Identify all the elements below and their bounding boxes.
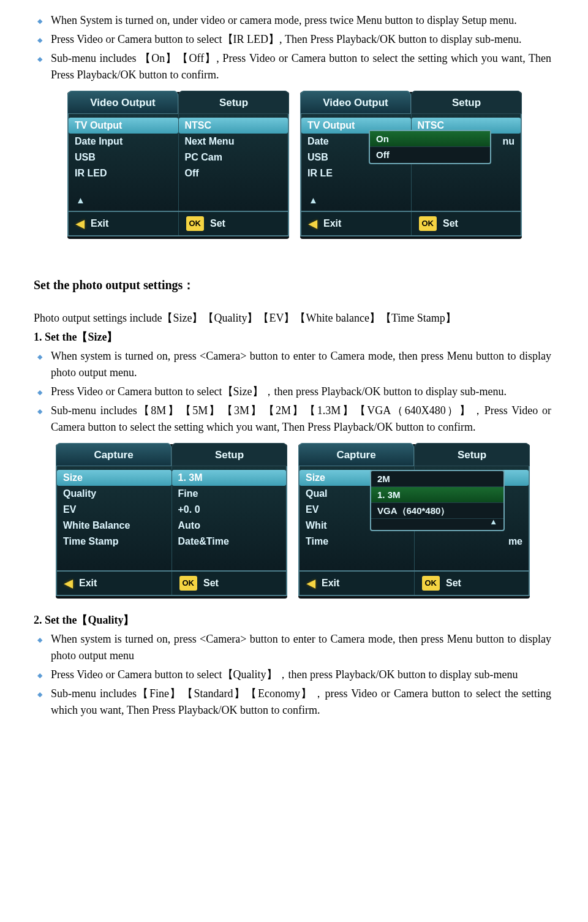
step1-bullet: When system is turned on, press <Camera>… xyxy=(51,348,551,381)
popup-option-1-3m[interactable]: 1. 3M xyxy=(371,487,503,503)
set-label: Set xyxy=(203,576,219,591)
tab-capture[interactable]: Capture xyxy=(56,443,172,467)
ok-set-button[interactable]: OK Set xyxy=(415,572,529,595)
menu-capture: Capture Setup Size Quality EV White Bala… xyxy=(56,444,287,599)
menu-value: PC Cam xyxy=(185,149,282,165)
menu-left-col: TV Output Date Input USB IR LED xyxy=(69,114,179,211)
popup-option-2m[interactable]: 2M xyxy=(371,471,503,487)
step1-bullet-list: When system is turned on, press <Camera>… xyxy=(34,348,551,436)
ok-set-button[interactable]: OK Set xyxy=(412,212,521,235)
step2-bullet: Press Video or Camera button to select【Q… xyxy=(51,667,551,683)
menu-item-date-input[interactable]: Date Input xyxy=(75,134,172,149)
ok-badge: OK xyxy=(422,576,440,591)
tab-video-output[interactable]: Video Output xyxy=(67,91,178,115)
tab-setup[interactable]: Setup xyxy=(414,443,530,467)
exit-label: Exit xyxy=(79,576,97,591)
popup-option-vga[interactable]: VGA（640*480） xyxy=(371,503,503,519)
menu-item-tv-output[interactable]: TV Output xyxy=(69,118,178,134)
intro-bullet: Press Video or Camera button to select【I… xyxy=(51,31,551,48)
menu-row-2: Capture Setup Size Quality EV White Bala… xyxy=(56,444,551,599)
menu-capture-popup: Capture Setup Size Qual EV Whit Time me … xyxy=(298,444,530,599)
tab-setup[interactable]: Setup xyxy=(172,443,287,467)
triangle-left-icon: ◀ xyxy=(307,575,315,592)
step1-heading: 1. Set the【Size】 xyxy=(34,329,551,346)
menu-item-white-balance[interactable]: White Balance xyxy=(63,518,165,534)
triangle-left-icon: ◀ xyxy=(76,216,85,232)
ok-set-button[interactable]: OK Set xyxy=(179,212,288,235)
menu-value-ntsc: NTSC xyxy=(179,118,288,134)
set-label: Set xyxy=(446,576,461,591)
tab-capture[interactable]: Capture xyxy=(298,443,414,467)
intro-bullet: When System is turned on, under video or… xyxy=(51,12,551,29)
sub-intro-text: Photo output settings include【Size】【Qual… xyxy=(34,310,551,327)
step2-bullet-list: When system is turned on, press <Camera>… xyxy=(34,631,551,719)
exit-label: Exit xyxy=(323,216,341,231)
menu-left-col: Size Quality EV White Balance Time Stamp xyxy=(57,466,172,570)
ok-badge: OK xyxy=(419,216,437,231)
menu-item-ev[interactable]: EV xyxy=(63,502,165,518)
menu-value: Next Menu xyxy=(185,134,282,149)
menu-value: me xyxy=(421,534,523,550)
step2-bullet: When system is turned on, press <Camera>… xyxy=(51,631,551,664)
submenu-popup: On Off xyxy=(369,130,491,164)
set-label: Set xyxy=(443,216,458,231)
menu-value xyxy=(418,165,515,181)
popup-option-off[interactable]: Off xyxy=(370,147,490,163)
step2-bullet: Sub-menu includes【Fine】【Standard】【Econom… xyxy=(51,686,551,719)
menu-item-size[interactable]: Size xyxy=(57,470,172,486)
arrow-up-icon: ▲ xyxy=(309,194,318,208)
submenu-popup: 2M 1. 3M VGA（640*480） ▲ xyxy=(370,470,505,531)
section-heading: Set the photo output settings： xyxy=(34,276,551,294)
triangle-left-icon: ◀ xyxy=(309,216,317,232)
exit-button[interactable]: ◀ Exit xyxy=(300,572,415,595)
menu-value: Auto xyxy=(178,518,281,534)
exit-label: Exit xyxy=(91,216,108,231)
menu-value: Off xyxy=(185,165,282,181)
menu-video-output: Video Output Setup TV Output Date Input … xyxy=(67,92,289,239)
exit-label: Exit xyxy=(322,576,339,591)
menu-value: +0. 0 xyxy=(178,502,281,518)
menu-right-col: 1. 3M Fine +0. 0 Auto Date&Time xyxy=(172,466,287,570)
menu-item-time-stamp[interactable]: Time xyxy=(306,534,408,550)
arrow-up-icon: ▲ xyxy=(76,194,85,208)
menu-right-col: NTSC Next Menu PC Cam Off xyxy=(179,114,288,211)
exit-button[interactable]: ◀ Exit xyxy=(301,212,412,235)
menu-item-ir-led[interactable]: IR LED xyxy=(75,165,172,181)
menu-item-quality[interactable]: Quality xyxy=(63,486,165,502)
exit-button[interactable]: ◀ Exit xyxy=(69,212,179,235)
intro-bullet: Sub-menu includes 【On】【Off】, Press Video… xyxy=(51,50,551,83)
triangle-left-icon: ◀ xyxy=(64,575,73,592)
menu-row-1: Video Output Setup TV Output Date Input … xyxy=(67,92,551,239)
exit-button[interactable]: ◀ Exit xyxy=(57,572,172,595)
step1-bullet: Sub-menu includes【8M】【5M】【3M】【2M】【1.3M】【… xyxy=(51,402,551,436)
menu-value: Date&Time xyxy=(178,534,281,550)
ok-badge: OK xyxy=(186,216,205,231)
menu-video-output-popup: Video Output Setup TV Output Date USB IR… xyxy=(300,92,522,239)
menu-value: Fine xyxy=(178,486,281,502)
ok-set-button[interactable]: OK Set xyxy=(172,572,287,595)
popup-option-on[interactable]: On xyxy=(370,131,490,147)
step1-bullet: Press Video or Camera button to select【S… xyxy=(51,384,551,400)
ok-badge: OK xyxy=(179,576,198,591)
tab-setup[interactable]: Setup xyxy=(178,91,289,115)
menu-item-ir-led[interactable]: IR LE xyxy=(307,165,405,181)
menu-item-usb[interactable]: USB xyxy=(75,149,172,165)
menu-item-time-stamp[interactable]: Time Stamp xyxy=(63,534,165,550)
set-label: Set xyxy=(210,216,225,231)
step2-heading: 2. Set the【Quality】 xyxy=(34,612,551,629)
arrow-up-icon: ▲ xyxy=(489,516,497,528)
intro-bullet-list: When System is turned on, under video or… xyxy=(34,12,551,83)
menu-value: 1. 3M xyxy=(172,470,287,486)
tab-setup[interactable]: Setup xyxy=(411,91,522,115)
tab-video-output[interactable]: Video Output xyxy=(300,91,411,115)
